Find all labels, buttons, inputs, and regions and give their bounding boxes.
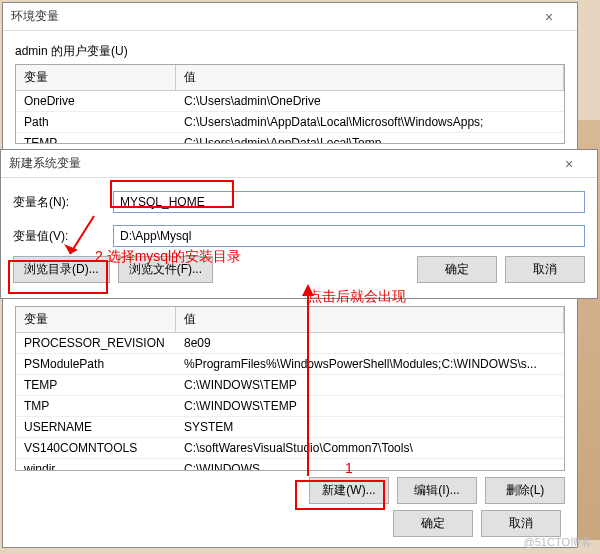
col-value: 值 [176, 307, 564, 332]
dialog-cancel-button[interactable]: 取消 [505, 256, 585, 283]
table-row[interactable]: TEMPC:\Users\admin\AppData\Local\Temp [16, 133, 564, 144]
sys-vars-table[interactable]: 变量 值 PROCESSOR_REVISION8e09PSModulePath%… [15, 306, 565, 471]
col-variable: 变量 [16, 65, 176, 90]
new-sysvar-titlebar: 新建系统变量 × [1, 150, 597, 178]
table-row[interactable]: TMPC:\WINDOWS\TEMP [16, 396, 564, 417]
watermark: @51CTO博客 [524, 535, 592, 550]
var-value-input[interactable] [113, 225, 585, 247]
browse-dir-button[interactable]: 浏览目录(D)... [13, 256, 110, 283]
close-icon[interactable]: × [549, 156, 589, 172]
new-sysvar-title: 新建系统变量 [9, 155, 549, 172]
edit-sysvar-button[interactable]: 编辑(I)... [397, 477, 477, 504]
env-cancel-button[interactable]: 取消 [481, 510, 561, 537]
env-vars-title: 环境变量 [11, 8, 529, 25]
col-variable: 变量 [16, 307, 176, 332]
table-row[interactable]: USERNAMESYSTEM [16, 417, 564, 438]
table-row[interactable]: OneDriveC:\Users\admin\OneDrive [16, 91, 564, 112]
col-value: 值 [176, 65, 564, 90]
var-name-input[interactable] [113, 191, 585, 213]
table-row[interactable]: PathC:\Users\admin\AppData\Local\Microso… [16, 112, 564, 133]
delete-sysvar-button[interactable]: 删除(L) [485, 477, 565, 504]
env-ok-button[interactable]: 确定 [393, 510, 473, 537]
user-vars-label: admin 的用户变量(U) [15, 43, 577, 60]
env-vars-titlebar: 环境变量 × [3, 3, 577, 31]
table-row[interactable]: VS140COMNTOOLSC:\softWaresVisualStudio\C… [16, 438, 564, 459]
user-vars-table[interactable]: 变量 值 OneDriveC:\Users\admin\OneDrivePath… [15, 64, 565, 144]
close-icon[interactable]: × [529, 9, 569, 25]
dialog-ok-button[interactable]: 确定 [417, 256, 497, 283]
browse-file-button[interactable]: 浏览文件(F)... [118, 256, 213, 283]
var-name-label: 变量名(N): [13, 194, 113, 211]
table-row[interactable]: PROCESSOR_REVISION8e09 [16, 333, 564, 354]
table-row[interactable]: TEMPC:\WINDOWS\TEMP [16, 375, 564, 396]
var-value-label: 变量值(V): [13, 228, 113, 245]
new-sysvar-dialog: 新建系统变量 × 变量名(N): 变量值(V): 浏览目录(D)... 浏览文件… [0, 149, 598, 299]
table-row[interactable]: windirC:\WINDOWS [16, 459, 564, 471]
new-sysvar-button[interactable]: 新建(W)... [309, 477, 389, 504]
table-row[interactable]: PSModulePath%ProgramFiles%\WindowsPowerS… [16, 354, 564, 375]
